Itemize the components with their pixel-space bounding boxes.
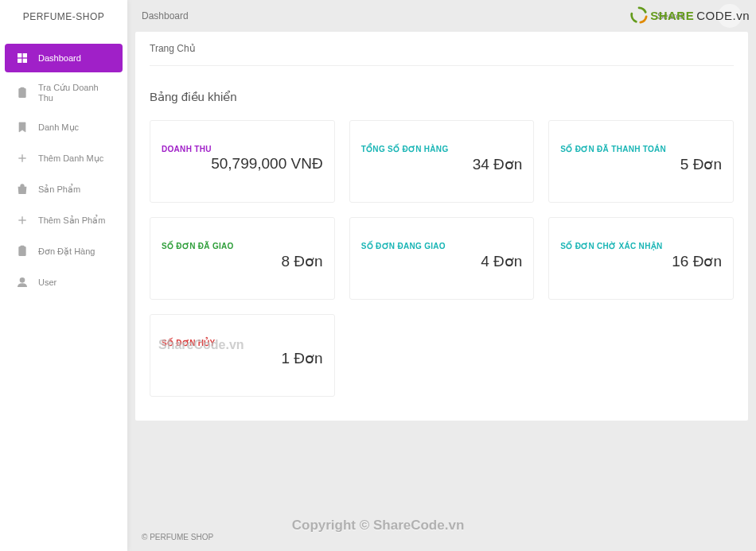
sidebar-item-label: Sản Phẩm [38, 184, 80, 195]
stat-card-delivered: SỐ ĐƠN ĐÃ GIAO 8 Đơn [150, 217, 335, 300]
nav: Dashboard Tra Cứu Doanh Thu Danh Mục Thê… [0, 33, 127, 299]
plus-icon [16, 214, 29, 227]
sidebar-item-add-product[interactable]: Thêm Sản Phẩm [5, 206, 123, 235]
main: Dashboard Trang Chủ Bảng điều khiển DOAN… [127, 0, 756, 551]
user-icon [16, 276, 29, 289]
sidebar-item-revenue[interactable]: Tra Cứu Doanh Thu [5, 75, 123, 111]
search-input[interactable] [654, 8, 710, 24]
stat-value: 8 Đơn [162, 252, 323, 270]
sidebar-item-label: User [38, 277, 57, 287]
stat-value: 16 Đơn [560, 252, 722, 270]
content-card: Trang Chủ Bảng điều khiển DOANH THU 50,7… [135, 32, 748, 421]
sidebar-item-label: Đơn Đặt Hàng [38, 246, 95, 257]
stat-label: SỐ ĐƠN ĐÃ GIAO [162, 242, 323, 250]
brand-title: PERFUME-SHOP [0, 0, 127, 33]
stat-value: 50,799,000 VNĐ [162, 155, 323, 173]
sidebar-item-label: Thêm Sản Phẩm [38, 215, 105, 226]
svg-rect-11 [21, 246, 24, 248]
stat-card-delivering: SỐ ĐƠN ĐANG GIAO 4 Đơn [349, 217, 535, 300]
stats-grid: DOANH THU 50,799,000 VNĐ TỔNG SỐ ĐƠN HÀN… [150, 120, 734, 397]
sidebar-item-label: Thêm Danh Mục [38, 153, 103, 164]
stat-label: SỐ ĐƠN CHỜ XÁC NHẬN [560, 242, 722, 250]
stat-label: SỐ ĐƠN ĐANG GIAO [361, 242, 523, 250]
stat-value: 34 Đơn [361, 155, 523, 173]
stat-card-paid: SỐ ĐƠN ĐÃ THANH TOÁN 5 Đơn [548, 120, 734, 203]
stat-label: TỔNG SỐ ĐƠN HÀNG [361, 145, 523, 153]
topbar: Dashboard [127, 0, 756, 32]
svg-rect-0 [18, 53, 21, 57]
panel-title: Bảng điều khiển [150, 66, 734, 120]
sidebar-item-user[interactable]: User [5, 268, 123, 297]
breadcrumb: Trang Chủ [150, 32, 734, 66]
sidebar-item-products[interactable]: Sản Phẩm [5, 175, 123, 204]
stat-card-pending: SỐ ĐƠN CHỜ XÁC NHẬN 16 Đơn [548, 217, 734, 300]
svg-rect-3 [23, 59, 27, 63]
sidebar-item-label: Dashboard [38, 53, 81, 63]
svg-rect-1 [23, 53, 27, 57]
sidebar-item-orders[interactable]: Đơn Đặt Hàng [5, 237, 123, 266]
sidebar-item-label: Tra Cứu Doanh Thu [38, 83, 111, 103]
footer: © PERFUME SHOP [127, 523, 756, 551]
sidebar-item-label: Danh Mục [38, 122, 79, 133]
stat-label: DOANH THU [162, 145, 323, 153]
topbar-right [654, 4, 742, 28]
avatar[interactable] [718, 4, 742, 28]
stat-value: 4 Đơn [361, 252, 523, 270]
clipboard-icon [16, 245, 29, 258]
svg-rect-2 [18, 59, 21, 63]
page-title: Dashboard [142, 10, 189, 21]
content: Trang Chủ Bảng điều khiển DOANH THU 50,7… [135, 32, 748, 515]
sidebar-item-add-category[interactable]: Thêm Danh Mục [5, 144, 123, 173]
stat-card-cancelled: SỐ ĐƠN HỦY 1 Đơn [150, 314, 335, 397]
plus-icon [16, 152, 29, 165]
clipboard-icon [16, 87, 29, 99]
sidebar-item-category[interactable]: Danh Mục [5, 113, 123, 142]
stat-value: 1 Đơn [162, 349, 323, 367]
stat-card-revenue: DOANH THU 50,799,000 VNĐ [150, 120, 335, 203]
bag-icon [16, 183, 29, 196]
dashboard-icon [16, 52, 29, 64]
sidebar: PERFUME-SHOP Dashboard Tra Cứu Doanh Thu… [0, 0, 127, 551]
sidebar-item-dashboard[interactable]: Dashboard [5, 44, 123, 72]
svg-point-12 [20, 278, 24, 282]
stat-label: SỐ ĐƠN ĐÃ THANH TOÁN [560, 145, 722, 153]
svg-rect-5 [21, 87, 24, 90]
stat-value: 5 Đơn [560, 155, 722, 173]
stat-label: SỐ ĐƠN HỦY [162, 339, 323, 347]
stat-card-total-orders: TỔNG SỐ ĐƠN HÀNG 34 Đơn [349, 120, 535, 203]
bookmark-icon [16, 121, 29, 134]
